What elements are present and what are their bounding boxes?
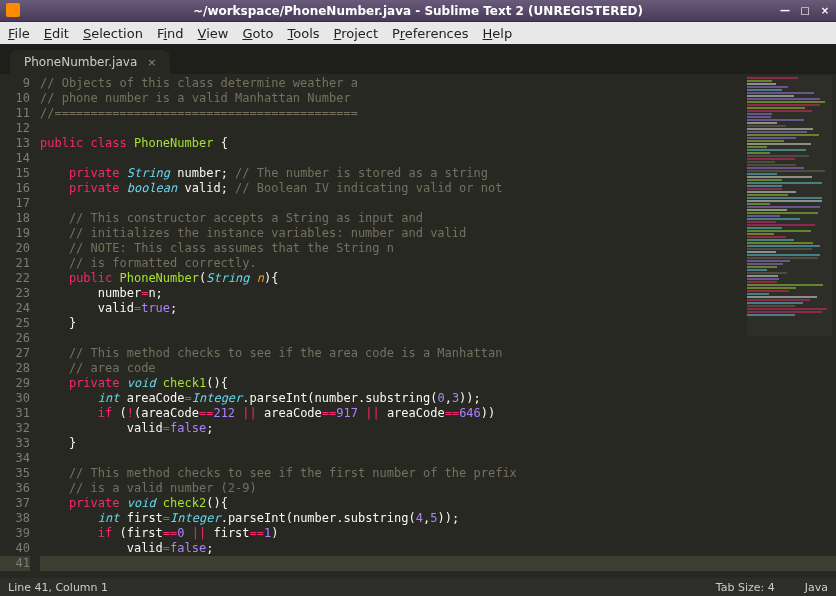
code-line: // initializes the instance variables: n… <box>40 226 836 241</box>
code-line: // NOTE: This class assumes that the Str… <box>40 241 836 256</box>
line-number: 23 <box>0 286 30 301</box>
line-number: 35 <box>0 466 30 481</box>
line-number: 11 <box>0 106 30 121</box>
code-line: if (!(areaCode==212 || areaCode==917 || … <box>40 406 836 421</box>
line-number: 34 <box>0 451 30 466</box>
menu-project[interactable]: Project <box>334 26 379 41</box>
code-line: // This method checks to see if the firs… <box>40 466 836 481</box>
line-number: 9 <box>0 76 30 91</box>
menu-find[interactable]: Find <box>157 26 184 41</box>
code-line: // area code <box>40 361 836 376</box>
minimize-button[interactable]: — <box>778 3 792 17</box>
code-line: // phone number is a valid Manhattan Num… <box>40 91 836 106</box>
code-line <box>40 151 836 166</box>
code-line: // This method checks to see if the area… <box>40 346 836 361</box>
code-line: // is a valid number (2-9) <box>40 481 836 496</box>
line-number: 13 <box>0 136 30 151</box>
line-number: 10 <box>0 91 30 106</box>
status-bar: Line 41, Column 1 Tab Size: 4 Java <box>0 578 836 596</box>
line-number: 19 <box>0 226 30 241</box>
line-number: 18 <box>0 211 30 226</box>
line-number: 17 <box>0 196 30 211</box>
menu-file[interactable]: File <box>8 26 30 41</box>
line-number: 22 <box>0 271 30 286</box>
menu-bar: File Edit Selection Find View Goto Tools… <box>0 22 836 44</box>
code-line: int areaCode=Integer.parseInt(number.sub… <box>40 391 836 406</box>
line-number: 20 <box>0 241 30 256</box>
line-number: 38 <box>0 511 30 526</box>
code-line: public class PhoneNumber { <box>40 136 836 151</box>
code-line: } <box>40 316 836 331</box>
code-line <box>40 121 836 136</box>
line-number: 14 <box>0 151 30 166</box>
status-syntax[interactable]: Java <box>805 581 828 594</box>
code-line <box>40 331 836 346</box>
line-number: 26 <box>0 331 30 346</box>
line-number: 27 <box>0 346 30 361</box>
window-controls: — □ × <box>778 3 832 17</box>
line-number: 32 <box>0 421 30 436</box>
line-number: 16 <box>0 181 30 196</box>
code-line: valid=false; <box>40 421 836 436</box>
code-line: number=n; <box>40 286 836 301</box>
window-titlebar: ~/workspace/PhoneNumber.java - Sublime T… <box>0 0 836 22</box>
tab-close-icon[interactable]: × <box>147 56 156 69</box>
code-line: private void check2(){ <box>40 496 836 511</box>
line-number: 37 <box>0 496 30 511</box>
menu-help[interactable]: Help <box>483 26 513 41</box>
code-line <box>40 196 836 211</box>
code-area[interactable]: // Objects of this class determine weath… <box>40 74 836 578</box>
code-line <box>40 556 836 571</box>
menu-goto[interactable]: Goto <box>242 26 273 41</box>
line-number: 39 <box>0 526 30 541</box>
minimap[interactable] <box>747 76 832 336</box>
line-number: 30 <box>0 391 30 406</box>
code-line: // This constructor accepts a String as … <box>40 211 836 226</box>
line-number: 28 <box>0 361 30 376</box>
menu-view[interactable]: View <box>198 26 229 41</box>
menu-preferences[interactable]: Preferences <box>392 26 468 41</box>
code-line: } <box>40 436 836 451</box>
code-line: private void check1(){ <box>40 376 836 391</box>
line-number: 31 <box>0 406 30 421</box>
code-line: private boolean valid; // Boolean IV ind… <box>40 181 836 196</box>
tab-phonenumber[interactable]: PhoneNumber.java × <box>10 50 170 74</box>
line-number: 41 <box>0 556 30 571</box>
code-line: //======================================… <box>40 106 836 121</box>
line-number: 12 <box>0 121 30 136</box>
code-line: // Objects of this class determine weath… <box>40 76 836 91</box>
line-number: 24 <box>0 301 30 316</box>
line-number: 25 <box>0 316 30 331</box>
line-number: 36 <box>0 481 30 496</box>
app-logo-icon <box>6 3 20 17</box>
tab-label: PhoneNumber.java <box>24 55 137 69</box>
line-gutter: 9101112131415161718192021222324252627282… <box>0 74 40 578</box>
line-number: 29 <box>0 376 30 391</box>
status-tabsize[interactable]: Tab Size: 4 <box>716 581 775 594</box>
editor[interactable]: 9101112131415161718192021222324252627282… <box>0 74 836 578</box>
line-number: 15 <box>0 166 30 181</box>
code-line: if (first==0 || first==1) <box>40 526 836 541</box>
status-cursor: Line 41, Column 1 <box>8 581 108 594</box>
code-line: valid=true; <box>40 301 836 316</box>
code-line: int first=Integer.parseInt(number.substr… <box>40 511 836 526</box>
code-line: valid=false; <box>40 541 836 556</box>
line-number: 21 <box>0 256 30 271</box>
menu-tools[interactable]: Tools <box>288 26 320 41</box>
code-line <box>40 451 836 466</box>
menu-selection[interactable]: Selection <box>83 26 143 41</box>
window-title: ~/workspace/PhoneNumber.java - Sublime T… <box>193 4 643 18</box>
code-line: private String number; // The number is … <box>40 166 836 181</box>
line-number: 40 <box>0 541 30 556</box>
line-number: 33 <box>0 436 30 451</box>
code-line: // is formatted correctly. <box>40 256 836 271</box>
code-line: public PhoneNumber(String n){ <box>40 271 836 286</box>
maximize-button[interactable]: □ <box>798 3 812 17</box>
close-button[interactable]: × <box>818 3 832 17</box>
menu-edit[interactable]: Edit <box>44 26 69 41</box>
tab-bar: PhoneNumber.java × <box>0 44 836 74</box>
